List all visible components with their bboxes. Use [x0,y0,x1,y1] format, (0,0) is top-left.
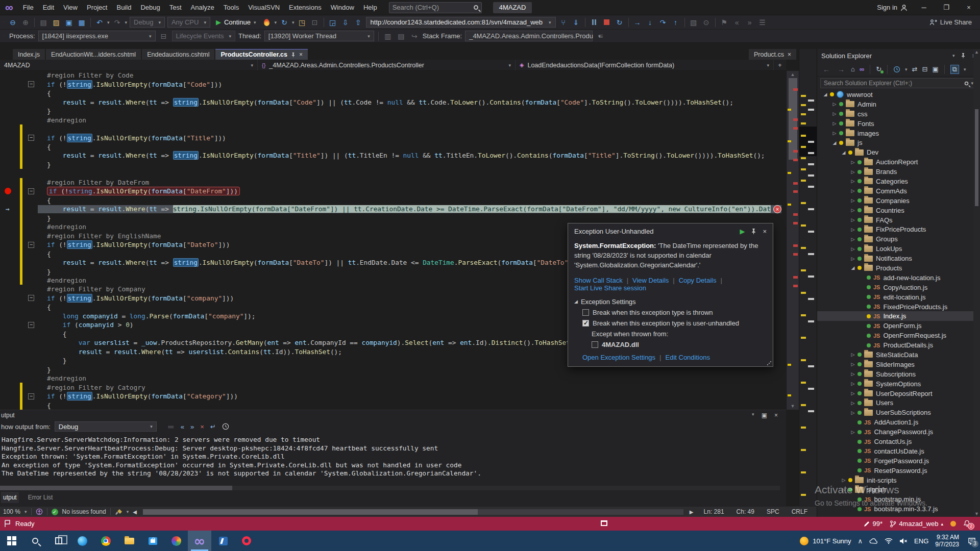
previous-bookmark-icon[interactable]: « [732,17,742,28]
back-icon[interactable]: ← [821,64,831,74]
panel-tab-utput[interactable]: utput [1,492,19,503]
diagnostics-icon[interactable]: ▧ [689,17,699,28]
link-copy-details[interactable]: Copy Details [679,277,717,284]
taskbar-store-icon[interactable] [141,531,164,551]
menu-help[interactable]: Help [359,4,382,11]
link-edit-conditions[interactable]: Edit Conditions [665,354,709,361]
tree-item-dev[interactable]: ◢Dev [817,147,980,157]
tree-item-wwwroot[interactable]: ◢wwwroot [817,90,980,99]
minimize-button[interactable]: ─ [913,0,935,15]
tree-item-bootstrap-min-3-3-7-js[interactable]: JSbootstrap.min-3.3.7.js [817,504,980,514]
expander-icon[interactable]: ▷ [841,478,847,483]
go-to-line-up-icon[interactable]: ⇧ [353,17,363,28]
line-gutter[interactable] [0,240,15,249]
wifi-icon[interactable] [885,538,893,544]
expander-icon[interactable]: ▷ [850,246,856,252]
open-file-icon[interactable]: ▨ [51,17,61,28]
refresh-icon[interactable]: ↻ [876,65,881,73]
solution-name-badge[interactable]: 4MAZAD [493,2,532,13]
line-gutter[interactable] [0,320,15,329]
taskbar-search-icon[interactable] [23,531,47,551]
tree-item-changepassword-js[interactable]: ▷JSChangePassword.js [817,427,980,437]
taskbar-visual-studio-icon[interactable]: ∞ [188,531,211,551]
tab-endedauctions-cshtml[interactable]: Endedauctions.cshtml [142,49,214,60]
expander-icon[interactable]: ◢ [831,140,838,145]
bookmark-icon[interactable]: ⚑ [719,17,729,28]
menu-project[interactable]: Project [82,4,112,11]
line-gutter[interactable] [0,356,15,365]
step-over-icon[interactable]: ↷ [658,17,668,28]
expander-icon[interactable]: ▷ [850,430,856,435]
expander-icon[interactable]: ◢ [850,265,856,270]
tree-item-commads[interactable]: ▷CommAds [817,186,980,196]
line-gutter[interactable] [0,151,15,160]
menu-test[interactable]: Test [165,4,186,11]
line-gutter[interactable] [0,142,15,151]
taskbar-start-icon[interactable] [0,531,23,551]
pin-icon[interactable] [751,229,756,234]
editor-scrollbar[interactable]: ▲ ▼ [786,71,799,410]
line-gutter[interactable] [0,222,15,231]
tree-item-contactusdate-js[interactable]: JScontactUsDate.js [817,446,980,456]
menu-view[interactable]: View [59,4,82,11]
line-gutter[interactable] [0,400,15,409]
zoom-level[interactable]: 100 % [3,508,20,515]
line-indicator[interactable]: Ln: 281 [698,508,730,515]
line-gutter[interactable] [0,312,15,320]
link-view-details[interactable]: View Details [632,277,669,284]
tab-index-js[interactable]: Index.js [13,49,45,60]
expander-icon[interactable]: ▷ [850,256,856,261]
line-gutter[interactable] [0,160,15,169]
line-gutter[interactable] [0,214,15,222]
branch-icon[interactable]: ⑂ [558,17,569,28]
tree-item-copyauction-js[interactable]: JSCopyAuction.js [817,283,980,292]
solution-platform-dropdown[interactable]: Any CPU▾ [167,17,210,28]
line-gutter[interactable] [0,303,15,311]
tree-item-fixpriceproducts[interactable]: ▷FixPriceProducts [817,224,980,234]
expander-icon[interactable]: ▷ [850,237,856,242]
taskbar-file-explorer-icon[interactable] [117,531,141,551]
scroll-right-icon[interactable]: ▶ [690,509,694,515]
line-gutter[interactable] [0,133,15,142]
lifecycle-events-dropdown[interactable]: Lifecycle Events▾ [172,31,235,41]
properties-icon[interactable]: ▣ [932,65,938,73]
tree-item-signalr[interactable]: ▷signalr [817,485,980,495]
tree-item-systemoptions[interactable]: ▷SystemOptions [817,379,980,389]
breadcrumb-method[interactable]: ◈LoadEndedauctionsData(IFormCollection f… [516,60,774,70]
expander-icon[interactable]: ▷ [850,169,856,174]
line-ending-indicator[interactable]: CRLF [786,508,814,515]
tree-item-css[interactable]: ▷css [817,109,980,119]
line-gutter[interactable] [0,267,15,276]
expander-icon[interactable]: ▷ [850,179,856,184]
pin-icon[interactable] [961,53,966,58]
expander-icon[interactable]: ▷ [850,371,856,377]
tree-item-fixedpriceproducts-js[interactable]: JSFixedPriceProducts.js [817,302,980,312]
scroll-up-icon[interactable]: ▲ [973,49,980,55]
tree-item-faqs[interactable]: ▷FAQs [817,215,980,225]
line-gutter[interactable] [0,80,15,88]
save-all-icon[interactable]: ▦ [77,17,87,28]
taskbar-vs-blue-icon[interactable] [211,531,235,551]
tree-item-fonts[interactable]: ▷Fonts [817,119,980,129]
expander-icon[interactable]: ▷ [850,381,856,386]
breadcrumb-class[interactable]: {}_4MAZAD.Areas.Admin.Controllers.Produc… [258,60,516,70]
tab-product-cs[interactable]: Product.cs × [749,49,796,60]
tree-item-bootstrap-min-js[interactable]: JSbootstrap.min.js [817,494,980,504]
stop-debugging-icon[interactable] [602,17,612,28]
pending-changes-filter-icon[interactable] [893,66,900,73]
split-editor-icon[interactable]: + [774,62,786,69]
scroll-down-icon[interactable]: ▼ [787,404,799,409]
previous-message-icon[interactable]: « [181,423,184,431]
fold-collapse-icon[interactable]: − [28,393,34,399]
scrollbar-thumb[interactable] [143,509,478,515]
menu-debug[interactable]: Debug [136,4,164,11]
tree-item-forgetpassword-js[interactable]: JSForgetPassword.js [817,456,980,466]
toolbar-drag-handle[interactable]: :::: [2,21,5,23]
expander-icon[interactable]: ▷ [850,217,856,222]
expander-icon[interactable]: ▷ [850,160,856,165]
tree-item-categories[interactable]: ▷Categories [817,177,980,186]
tree-item-openformrequest-js[interactable]: JSOpenFormRequest.js [817,331,980,340]
tab-productscontroller-cs[interactable]: ProductsController.cs× [215,49,308,60]
spaces-indicator[interactable]: SPC [761,508,786,515]
tree-scrollbar[interactable]: ▲ ▼ [973,49,980,517]
